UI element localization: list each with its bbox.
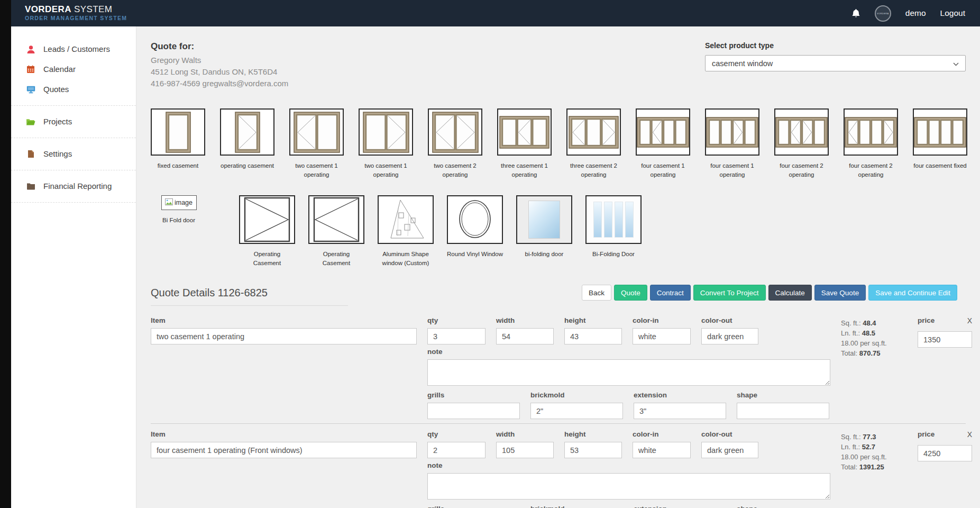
product-thumbnail-operating-casement[interactable] [239,195,295,244]
qty-input[interactable] [427,442,486,458]
product-cell: four casement 2 operating [844,108,898,179]
product-thumbnail-operating-casement[interactable] [308,195,364,244]
item-input[interactable] [151,328,417,344]
product-thumbnail-three-casement-1-operating[interactable] [497,108,552,156]
product-label: fixed casement [158,161,198,170]
product-thumbnail-four-casement-fixed[interactable] [913,108,967,156]
product-thumbnail-operating-casement[interactable] [220,108,274,156]
remove-row-button[interactable]: X [967,316,972,325]
product-thumbnail-two-casement-1-operating[interactable] [289,108,344,156]
calculate-button[interactable]: Calculate [768,285,812,301]
item-middle-column: qtywidthheightcolor-incolor-outnotegrill… [427,316,830,419]
document-icon [26,150,35,158]
grills-label: grills [427,505,520,508]
color-in-input[interactable] [633,328,691,344]
product-thumbnail-fixed-casement[interactable] [151,108,205,156]
quote-button[interactable]: Quote [614,285,647,301]
product-thumbnail-four-casement-2-operating[interactable] [774,108,829,156]
sqft-stat: Sq. ft.: 48.4 [841,318,911,328]
quote-details-title: Quote Details 1126-6825 [151,284,348,306]
product-thumbnail-three-casement-2-operating[interactable] [566,108,621,156]
lnft-stat: Ln. ft.: 48.5 [841,328,911,338]
color-in-input[interactable] [633,442,691,458]
product-thumbnail-bi-folding-door[interactable] [585,195,642,244]
product-thumbnail-two-casement-1-operating[interactable] [359,108,413,156]
price-input[interactable] [918,445,972,461]
product-type-block: Select product type casement window [705,41,966,71]
extension-field: extension [634,505,726,508]
brickmold-input[interactable] [530,403,623,419]
grills-input[interactable] [427,403,520,419]
line-items: Itemqtywidthheightcolor-incolor-outnoteg… [151,310,966,508]
sidebar-item-financial-reporting[interactable]: Financial Reporting [11,176,136,196]
username-menu[interactable]: demo [905,8,926,18]
item-label: Item [151,430,417,439]
note-textarea[interactable] [427,359,830,386]
shape-input[interactable] [737,403,829,419]
brand[interactable]: VORDERA SYSTEM ORDER MANAGEMENT SYSTEM [25,5,127,21]
logout-link[interactable]: Logout [940,8,965,18]
product-thumbnail-aluminum-shape-window-custom[interactable] [378,195,434,244]
product-cell: four casement fixed [913,108,967,170]
product-cell: Bi-Folding Door [585,195,642,259]
save-quote-button[interactable]: Save Quote [814,285,866,301]
brickmold-label: brickmold [530,505,623,508]
price-column: priceX [918,430,972,508]
sidebar-item-projects[interactable]: Projects [11,112,136,132]
sidebar-item-calendar[interactable]: Calendar [11,59,136,79]
save-and-continue-edit-button[interactable]: Save and Continue Edit [868,285,957,301]
sidebar: Leads / CustomersCalendarQuotesProjectsS… [11,26,136,508]
note-textarea[interactable] [427,473,830,500]
product-thumbnail-four-casement-1-operating[interactable] [705,108,759,156]
color-out-input[interactable] [701,328,758,344]
dims-row: qtywidthheightcolor-incolor-out [427,430,830,458]
product-grid-row2: imageBi Fold doorOperating CasementOpera… [151,195,966,268]
width-input[interactable] [496,442,554,458]
options-row: grillsbrickmoldextensionshape [427,505,830,508]
item-label: Item [151,316,417,325]
product-thumbnail-bi-fold-door[interactable]: image [161,195,197,210]
qty-input[interactable] [427,328,486,344]
product-cell: Aluminum Shape window (Custom) [378,195,434,268]
quote-for-block: Quote for: Gregory Walts 4512 Long St, D… [151,41,288,89]
color-out-input[interactable] [701,442,758,458]
qty-field: qty [427,430,486,458]
product-thumbnail-two-casement-2-operating[interactable] [428,108,482,156]
convert-to-project-button[interactable]: Convert To Project [693,285,766,301]
sidebar-item-settings[interactable]: Settings [11,144,136,164]
product-thumbnail-round-vinyl-window[interactable] [447,195,503,244]
broken-image-alt: image [175,199,193,206]
product-label: three casement 2 operating [566,161,621,179]
monitor-icon [26,86,35,94]
product-label: two casement 2 operating [428,161,482,179]
brickmold-label: brickmold [530,391,623,400]
brand-title-light: SYSTEM [71,4,112,14]
product-thumbnail-four-casement-2-operating[interactable] [844,108,898,156]
sidebar-item-quotes[interactable]: Quotes [11,79,136,99]
contract-button[interactable]: Contract [650,285,691,301]
product-cell: two casement 1 operating [359,108,413,179]
remove-row-button[interactable]: X [967,430,972,439]
shape-field: shape [737,391,829,419]
product-type-select[interactable]: casement window [705,55,966,71]
height-input[interactable] [564,328,622,344]
grills-field: grills [427,391,520,419]
back-button[interactable]: Back [582,285,611,301]
price-input[interactable] [918,331,972,348]
item-input[interactable] [151,442,417,458]
item-column: Item [151,316,417,419]
extension-input[interactable] [634,403,726,419]
dims-row: qtywidthheightcolor-incolor-out [427,316,830,344]
bell-icon[interactable] [851,8,860,19]
sidebar-item-leads-customers[interactable]: Leads / Customers [11,39,136,59]
avatar[interactable]: VORDERA [875,5,891,22]
height-input[interactable] [564,442,622,458]
product-thumbnail-four-casement-1-operating[interactable] [636,108,690,156]
height-field: height [564,316,622,344]
sidebar-divider [11,202,136,203]
width-input[interactable] [496,328,554,344]
product-thumbnail-bi-folding-door[interactable] [516,195,572,244]
color-in-field: color-in [633,316,691,344]
product-label: four casement fixed [913,161,966,170]
sidebar-divider [11,170,136,170]
